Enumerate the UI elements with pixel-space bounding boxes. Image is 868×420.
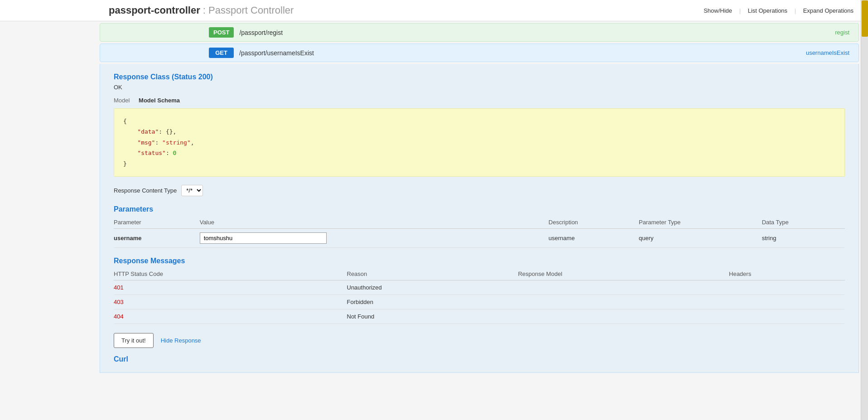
parameters-title: Parameters — [114, 205, 845, 213]
schema-line-status: "status": 0 — [123, 148, 835, 158]
schema-line-open-brace: { — [123, 116, 835, 126]
params-table-body: username username query string — [114, 228, 845, 247]
hide-response-link[interactable]: Hide Response — [161, 337, 201, 344]
schema-line-data: "data": {}, — [123, 126, 835, 137]
get-expanded-section: Response Class (Status 200) OK Model Mod… — [100, 64, 859, 373]
col-description: Description — [549, 216, 639, 229]
model-403 — [518, 294, 729, 309]
try-it-out-button[interactable]: Try it out! — [114, 333, 154, 348]
schema-box: { "data": {}, "msg": "string", "status":… — [114, 108, 845, 177]
model-tab-label: Model — [114, 97, 130, 104]
controller-actions: Show/Hide | List Operations | Expand Ope… — [698, 7, 859, 14]
response-class-title: Response Class (Status 200) — [114, 73, 845, 81]
post-endpoint-label: regist — [835, 29, 849, 36]
list-operations-link[interactable]: List Operations — [743, 7, 793, 14]
model-401 — [518, 280, 729, 294]
model-tabs: Model Model Schema — [114, 97, 845, 104]
status-code-401: 401 — [114, 280, 347, 294]
scrollbar[interactable] — [861, 0, 868, 420]
username-input[interactable] — [200, 232, 327, 244]
parameters-section: Parameters Parameter Value Description P… — [114, 205, 845, 248]
response-ok-text: OK — [114, 84, 845, 91]
param-type-username: query — [639, 228, 762, 247]
model-404 — [518, 309, 729, 323]
col-data-type: Data Type — [762, 216, 845, 229]
response-messages-table: HTTP Status Code Reason Response Model H… — [114, 268, 845, 324]
reason-401: Unauthorized — [347, 280, 518, 294]
headers-404 — [729, 309, 845, 323]
status-code-404: 404 — [114, 309, 347, 323]
show-hide-link[interactable]: Show/Hide — [698, 7, 738, 14]
content-type-select[interactable]: */* — [181, 185, 203, 196]
model-schema-tab[interactable]: Model Schema — [139, 97, 180, 104]
try-it-row: Try it out! Hide Response — [114, 333, 845, 348]
post-method-badge: POST — [209, 27, 234, 38]
params-header-row: Parameter Value Description Parameter Ty… — [114, 216, 845, 229]
response-row-401: 401 Unauthorized — [114, 280, 845, 294]
expand-operations-link[interactable]: Expand Operations — [798, 7, 859, 14]
model-tab-separator — [133, 97, 135, 104]
separator-1: | — [738, 7, 743, 14]
col-value: Value — [200, 216, 549, 229]
status-code-403: 403 — [114, 294, 347, 309]
response-messages-section: Response Messages HTTP Status Code Reaso… — [114, 257, 845, 324]
param-desc-username: username — [549, 228, 639, 247]
headers-403 — [729, 294, 845, 309]
response-messages-header: HTTP Status Code Reason Response Model H… — [114, 268, 845, 280]
col-parameter: Parameter — [114, 216, 200, 229]
scrollbar-thumb[interactable] — [862, 0, 868, 37]
param-datatype-username: string — [762, 228, 845, 247]
get-endpoint-label: usernameIsExist — [806, 49, 849, 56]
content-type-row: Response Content Type */* — [114, 185, 845, 196]
params-table-header: Parameter Value Description Parameter Ty… — [114, 216, 845, 229]
controller-header: passport-controller : Passport Controlle… — [0, 0, 868, 21]
response-messages-body: 401 Unauthorized 403 Forbidden 4 — [114, 280, 845, 323]
col-headers: Headers — [729, 268, 845, 280]
get-method-badge: GET — [209, 48, 234, 58]
content-type-label: Response Content Type — [114, 187, 177, 194]
response-messages-header-row: HTTP Status Code Reason Response Model H… — [114, 268, 845, 280]
col-response-model: Response Model — [518, 268, 729, 280]
controller-title: passport-controller : Passport Controlle… — [109, 5, 294, 16]
curl-title: Curl — [114, 355, 845, 363]
controller-name: passport-controller — [109, 5, 200, 16]
separator-2: | — [793, 7, 798, 14]
controller-subtitle: Passport Controller — [208, 5, 294, 16]
param-row-username: username username query string — [114, 228, 845, 247]
headers-401 — [729, 280, 845, 294]
reason-404: Not Found — [347, 309, 518, 323]
col-http-status: HTTP Status Code — [114, 268, 347, 280]
schema-line-close-brace: } — [123, 159, 835, 169]
col-reason: Reason — [347, 268, 518, 280]
param-name-username: username — [114, 228, 200, 247]
response-row-404: 404 Not Found — [114, 309, 845, 323]
schema-line-msg: "msg": "string", — [123, 137, 835, 148]
controller-colon: : — [203, 5, 208, 16]
reason-403: Forbidden — [347, 294, 518, 309]
get-endpoint-row[interactable]: GET /passport/usernameIsExist usernameIs… — [100, 43, 859, 62]
post-endpoint-path: /passport/regist — [239, 29, 835, 36]
post-endpoint-row[interactable]: POST /passport/regist regist — [100, 23, 859, 42]
col-parameter-type: Parameter Type — [639, 216, 762, 229]
get-endpoint-path: /passport/usernameIsExist — [239, 49, 806, 57]
response-messages-title: Response Messages — [114, 257, 845, 265]
param-value-username[interactable] — [200, 228, 549, 247]
response-row-403: 403 Forbidden — [114, 294, 845, 309]
parameters-table: Parameter Value Description Parameter Ty… — [114, 216, 845, 248]
